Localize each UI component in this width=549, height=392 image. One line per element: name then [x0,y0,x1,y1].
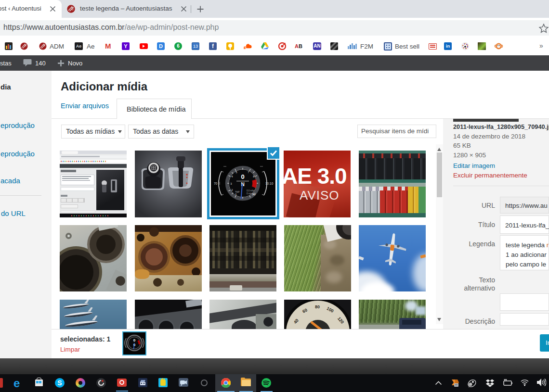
svg-text:10: 10 [252,192,256,196]
svg-text:0 min: 0 min [247,192,252,195]
svg-text:0: 0 [133,338,136,342]
svg-text:10:10: 10:10 [265,182,274,185]
svg-text:N: N [241,182,244,187]
svg-text:0: 0 [241,173,244,180]
svg-text:TMP: TMP [235,191,240,193]
svg-text:70: 70 [214,182,218,185]
svg-text:0.0 mile: 0.0 mile [247,190,254,192]
